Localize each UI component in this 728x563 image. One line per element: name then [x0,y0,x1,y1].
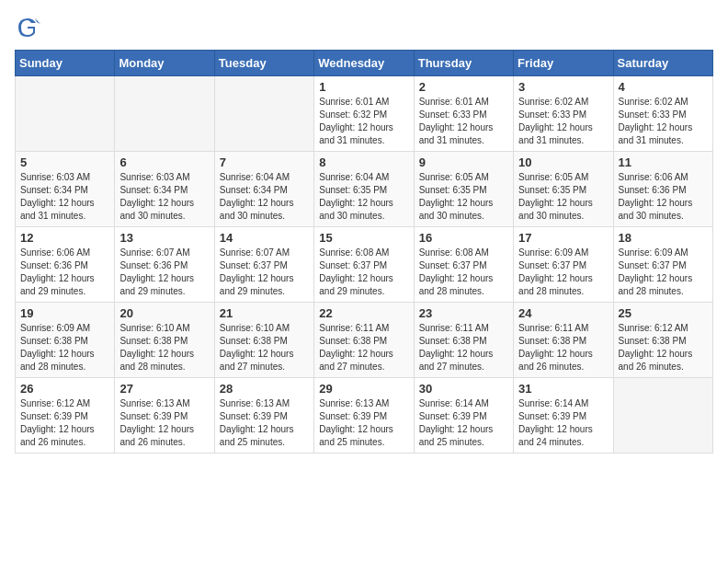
day-number: 26 [20,382,109,396]
day-info: Sunrise: 6:03 AM Sunset: 6:34 PM Dayligh… [119,171,209,223]
day-number: 31 [518,382,608,396]
day-number: 28 [220,382,309,396]
day-number: 5 [20,155,109,169]
day-cell: 13Sunrise: 6:07 AM Sunset: 6:36 PM Dayli… [115,227,214,303]
day-info: Sunrise: 6:08 AM Sunset: 6:37 PM Dayligh… [419,247,508,298]
week-row-4: 19Sunrise: 6:09 AM Sunset: 6:38 PM Dayli… [16,303,713,378]
day-info: Sunrise: 6:11 AM Sunset: 6:38 PM Dayligh… [319,322,408,373]
week-row-3: 12Sunrise: 6:06 AM Sunset: 6:36 PM Dayli… [16,227,713,303]
week-row-2: 5Sunrise: 6:03 AM Sunset: 6:34 PM Daylig… [16,152,713,227]
day-number: 9 [419,155,508,169]
day-cell: 7Sunrise: 6:04 AM Sunset: 6:34 PM Daylig… [214,152,313,227]
day-number: 29 [319,382,408,396]
day-number: 15 [319,231,408,245]
day-info: Sunrise: 6:01 AM Sunset: 6:32 PM Dayligh… [319,96,408,147]
day-info: Sunrise: 6:03 AM Sunset: 6:34 PM Dayligh… [20,171,109,223]
day-number: 27 [119,382,209,396]
day-info: Sunrise: 6:13 AM Sunset: 6:39 PM Dayligh… [220,397,309,449]
weekday-header-sunday: Sunday [16,51,115,76]
weekday-header-wednesday: Wednesday [314,51,414,76]
day-cell: 25Sunrise: 6:12 AM Sunset: 6:38 PM Dayli… [613,303,712,378]
day-cell [16,76,115,152]
day-cell: 21Sunrise: 6:10 AM Sunset: 6:38 PM Dayli… [214,303,313,378]
day-info: Sunrise: 6:11 AM Sunset: 6:38 PM Dayligh… [419,322,508,373]
day-cell: 9Sunrise: 6:05 AM Sunset: 6:35 PM Daylig… [414,152,513,227]
day-info: Sunrise: 6:10 AM Sunset: 6:38 PM Dayligh… [119,322,209,373]
day-info: Sunrise: 6:09 AM Sunset: 6:38 PM Dayligh… [20,322,109,373]
day-cell: 6Sunrise: 6:03 AM Sunset: 6:34 PM Daylig… [115,152,214,227]
day-cell: 10Sunrise: 6:05 AM Sunset: 6:35 PM Dayli… [514,152,613,227]
day-info: Sunrise: 6:09 AM Sunset: 6:37 PM Dayligh… [619,247,708,298]
day-info: Sunrise: 6:04 AM Sunset: 6:35 PM Dayligh… [319,171,408,223]
day-cell [214,76,313,152]
day-cell: 2Sunrise: 6:01 AM Sunset: 6:33 PM Daylig… [414,76,513,152]
day-cell: 14Sunrise: 6:07 AM Sunset: 6:37 PM Dayli… [214,227,313,303]
day-info: Sunrise: 6:10 AM Sunset: 6:38 PM Dayligh… [220,322,309,373]
day-number: 10 [518,155,608,169]
day-number: 21 [220,306,309,320]
day-number: 8 [319,155,408,169]
day-number: 19 [20,306,109,320]
day-cell: 15Sunrise: 6:08 AM Sunset: 6:37 PM Dayli… [314,227,414,303]
weekday-header-monday: Monday [115,51,214,76]
weekday-header-thursday: Thursday [414,51,513,76]
day-info: Sunrise: 6:08 AM Sunset: 6:37 PM Dayligh… [319,247,408,298]
logo-icon [15,15,40,40]
day-info: Sunrise: 6:07 AM Sunset: 6:36 PM Dayligh… [119,247,209,298]
page-header [15,15,713,40]
day-cell: 1Sunrise: 6:01 AM Sunset: 6:32 PM Daylig… [314,76,414,152]
day-number: 16 [419,231,508,245]
day-number: 24 [518,306,608,320]
day-cell: 8Sunrise: 6:04 AM Sunset: 6:35 PM Daylig… [314,152,414,227]
weekday-header-friday: Friday [514,51,613,76]
day-number: 2 [419,80,508,94]
day-info: Sunrise: 6:12 AM Sunset: 6:38 PM Dayligh… [619,322,708,373]
day-number: 25 [619,306,708,320]
week-row-1: 1Sunrise: 6:01 AM Sunset: 6:32 PM Daylig… [16,76,713,152]
day-info: Sunrise: 6:05 AM Sunset: 6:35 PM Dayligh… [419,171,508,223]
day-info: Sunrise: 6:05 AM Sunset: 6:35 PM Dayligh… [518,171,608,223]
day-info: Sunrise: 6:04 AM Sunset: 6:34 PM Dayligh… [220,171,309,223]
day-cell: 3Sunrise: 6:02 AM Sunset: 6:33 PM Daylig… [514,76,613,152]
day-info: Sunrise: 6:09 AM Sunset: 6:37 PM Dayligh… [518,247,608,298]
day-number: 30 [419,382,508,396]
day-number: 3 [518,80,608,94]
day-info: Sunrise: 6:13 AM Sunset: 6:39 PM Dayligh… [319,397,408,449]
day-number: 14 [220,231,309,245]
day-info: Sunrise: 6:01 AM Sunset: 6:33 PM Dayligh… [419,96,508,147]
day-info: Sunrise: 6:02 AM Sunset: 6:33 PM Dayligh… [518,96,608,147]
day-cell: 20Sunrise: 6:10 AM Sunset: 6:38 PM Dayli… [115,303,214,378]
day-cell: 26Sunrise: 6:12 AM Sunset: 6:39 PM Dayli… [16,378,115,454]
day-cell: 31Sunrise: 6:14 AM Sunset: 6:39 PM Dayli… [514,378,613,454]
day-cell: 18Sunrise: 6:09 AM Sunset: 6:37 PM Dayli… [613,227,712,303]
weekday-header-row: SundayMondayTuesdayWednesdayThursdayFrid… [16,51,713,76]
day-info: Sunrise: 6:11 AM Sunset: 6:38 PM Dayligh… [518,322,608,373]
day-cell: 19Sunrise: 6:09 AM Sunset: 6:38 PM Dayli… [16,303,115,378]
day-cell: 27Sunrise: 6:13 AM Sunset: 6:39 PM Dayli… [115,378,214,454]
day-number: 18 [619,231,708,245]
day-number: 4 [619,80,708,94]
day-cell [613,378,712,454]
day-cell: 30Sunrise: 6:14 AM Sunset: 6:39 PM Dayli… [414,378,513,454]
logo [15,15,44,40]
day-number: 7 [220,155,309,169]
day-cell: 12Sunrise: 6:06 AM Sunset: 6:36 PM Dayli… [16,227,115,303]
day-info: Sunrise: 6:07 AM Sunset: 6:37 PM Dayligh… [220,247,309,298]
day-cell: 5Sunrise: 6:03 AM Sunset: 6:34 PM Daylig… [16,152,115,227]
day-cell: 23Sunrise: 6:11 AM Sunset: 6:38 PM Dayli… [414,303,513,378]
day-number: 17 [518,231,608,245]
day-info: Sunrise: 6:14 AM Sunset: 6:39 PM Dayligh… [518,397,608,449]
day-cell: 17Sunrise: 6:09 AM Sunset: 6:37 PM Dayli… [514,227,613,303]
day-info: Sunrise: 6:02 AM Sunset: 6:33 PM Dayligh… [619,96,708,147]
day-number: 12 [20,231,109,245]
day-cell: 28Sunrise: 6:13 AM Sunset: 6:39 PM Dayli… [214,378,313,454]
day-info: Sunrise: 6:13 AM Sunset: 6:39 PM Dayligh… [119,397,209,449]
day-number: 1 [319,80,408,94]
day-info: Sunrise: 6:06 AM Sunset: 6:36 PM Dayligh… [619,171,708,223]
weekday-header-saturday: Saturday [613,51,712,76]
day-number: 11 [619,155,708,169]
day-number: 22 [319,306,408,320]
day-cell: 11Sunrise: 6:06 AM Sunset: 6:36 PM Dayli… [613,152,712,227]
day-number: 20 [119,306,209,320]
day-cell: 22Sunrise: 6:11 AM Sunset: 6:38 PM Dayli… [314,303,414,378]
